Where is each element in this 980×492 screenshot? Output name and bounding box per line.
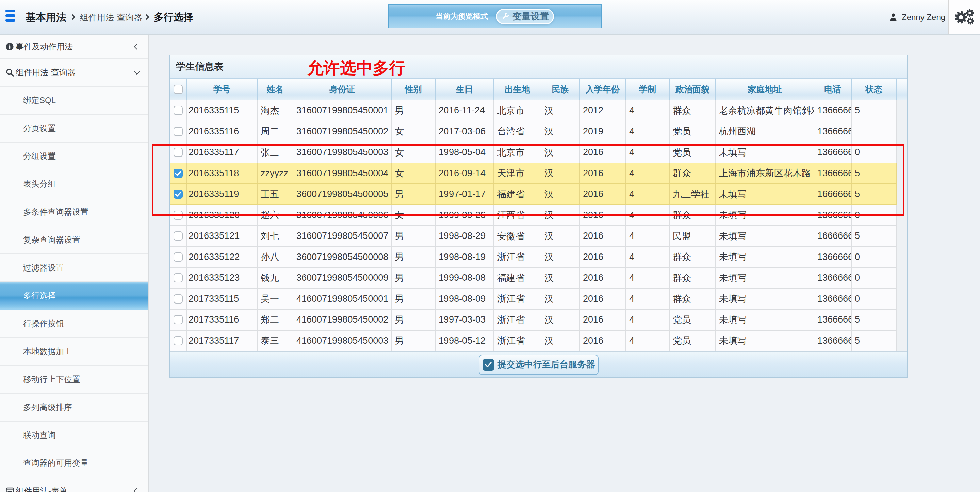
variable-settings-button[interactable]: 变量设置 bbox=[496, 8, 554, 24]
sidebar-item-pagination[interactable]: 分页设置 bbox=[0, 115, 148, 143]
scrollbar-track-header bbox=[897, 79, 907, 100]
column-header[interactable]: 学号 bbox=[187, 79, 258, 100]
cell-years: 4 bbox=[626, 289, 670, 309]
table-row[interactable]: 2017335117 泰三 416007199805450003 男 1998-… bbox=[170, 331, 897, 352]
checkbox-checked-icon bbox=[482, 359, 494, 371]
sidebar-item-complex-query[interactable]: 复杂查询器设置 bbox=[0, 226, 148, 254]
row-checkbox[interactable] bbox=[173, 336, 183, 346]
topbar-settings-section bbox=[948, 0, 980, 34]
sidebar: 事件及动作用法 组件用法-查询器 绑定SQL 分页设置 分组设置 表头分组 多条… bbox=[0, 35, 149, 492]
cell-birthplace: 台湾省 bbox=[494, 121, 541, 142]
row-checkbox[interactable] bbox=[173, 252, 183, 262]
cell-id-card: 416007199805450002 bbox=[293, 310, 392, 330]
cell-political: 党员 bbox=[670, 121, 716, 142]
sidebar-item-header-group[interactable]: 表头分组 bbox=[0, 170, 148, 198]
table-row[interactable]: 2017335116 郑二 416007199805450002 男 1997-… bbox=[170, 310, 897, 331]
sidebar-item-label: 过滤器设置 bbox=[23, 262, 64, 273]
sidebar-item-multi-column-sort[interactable]: 多列高级排序 bbox=[0, 394, 148, 422]
cell-id-card: 416007199805450001 bbox=[293, 289, 392, 309]
column-header[interactable]: 学制 bbox=[626, 79, 670, 100]
sidebar-item-available-variables[interactable]: 查询器的可用变量 bbox=[0, 449, 148, 478]
table-row[interactable]: 2016335122 孙八 360071998054500008 男 1998-… bbox=[170, 247, 897, 268]
cell-enroll-year: 2016 bbox=[580, 268, 626, 288]
column-header[interactable]: 家庭地址 bbox=[716, 79, 814, 100]
sidebar-item-bind-sql[interactable]: 绑定SQL bbox=[0, 87, 148, 115]
cell-enroll-year: 2016 bbox=[580, 331, 626, 351]
cell-name: 刘七 bbox=[258, 226, 293, 246]
wrench-icon bbox=[501, 12, 509, 21]
breadcrumb-level1[interactable]: 组件用法-查询器 bbox=[80, 11, 142, 23]
row-checkbox[interactable] bbox=[173, 231, 183, 240]
cell-address: 未填写 bbox=[716, 247, 814, 267]
sidebar-item-label: 绑定SQL bbox=[23, 95, 56, 106]
menu-icon[interactable] bbox=[5, 10, 15, 22]
user-menu[interactable]: Zenny Zeng bbox=[889, 0, 945, 34]
preview-mode-banner: 当前为预览模式 变量设置 bbox=[388, 5, 601, 28]
sidebar-item-label: 分组设置 bbox=[23, 151, 56, 162]
sidebar-item-label: 联动查询 bbox=[23, 430, 56, 441]
row-checkbox[interactable] bbox=[173, 294, 183, 304]
gears-icon[interactable] bbox=[954, 9, 975, 26]
cell-phone: 13666666666 bbox=[814, 289, 852, 309]
submit-selected-rows-button[interactable]: 提交选中行至后台服务器 bbox=[479, 355, 598, 375]
cell-birthplace: 浙江省 bbox=[494, 331, 541, 351]
cell-name: 钱九 bbox=[258, 268, 293, 288]
column-header[interactable]: 电话 bbox=[814, 79, 852, 100]
cell-birthplace: 浙江省 bbox=[494, 289, 541, 309]
table-header-row: 学号 姓名 身份证 性别 生日 出生地 民族 入学年份 学制 政治面貌 家庭地址… bbox=[170, 79, 907, 100]
search-icon bbox=[6, 68, 14, 76]
cell-years: 4 bbox=[626, 100, 670, 121]
column-header[interactable]: 出生地 bbox=[494, 79, 541, 100]
sidebar-item-form-widgets[interactable]: 组件用法-表单 bbox=[0, 478, 148, 492]
cell-student-id: 2016335115 bbox=[187, 100, 258, 121]
table-row[interactable]: 2017335115 吴一 416007199805450001 男 1998-… bbox=[170, 289, 897, 310]
column-header[interactable]: 政治面貌 bbox=[670, 79, 716, 100]
sidebar-item-query-widgets[interactable]: 组件用法-查询器 bbox=[0, 59, 148, 87]
cell-id-card: 316007199805450001 bbox=[293, 100, 392, 121]
column-header[interactable]: 性别 bbox=[392, 79, 436, 100]
cell-phone: 13666666666 bbox=[814, 247, 852, 267]
column-header[interactable]: 姓名 bbox=[258, 79, 293, 100]
row-checkbox[interactable] bbox=[173, 273, 183, 282]
table-row[interactable]: 2016335121 刘七 316007199805450007 男 1998-… bbox=[170, 226, 897, 247]
table-row[interactable]: 2016335115 淘杰 316007199805450001 男 2016-… bbox=[170, 100, 897, 121]
sidebar-item-row-action-button[interactable]: 行操作按钮 bbox=[0, 310, 148, 338]
sidebar-item-label: 多行选择 bbox=[23, 290, 56, 301]
column-header[interactable]: 身份证 bbox=[293, 79, 392, 100]
column-header[interactable]: 入学年份 bbox=[580, 79, 626, 100]
cell-name: 郑二 bbox=[258, 310, 293, 330]
row-checkbox[interactable] bbox=[173, 315, 183, 324]
sidebar-item-label: 多列高级排序 bbox=[23, 402, 72, 413]
sidebar-item-multi-row-select[interactable]: 多行选择 bbox=[0, 282, 148, 310]
cell-status: 5 bbox=[852, 100, 897, 121]
breadcrumb-current: 多行选择 bbox=[154, 11, 193, 24]
cell-birthday: 1997-03-03 bbox=[436, 310, 494, 330]
row-checkbox[interactable] bbox=[173, 106, 183, 115]
cell-enroll-year: 2019 bbox=[580, 121, 626, 142]
select-all-checkbox[interactable] bbox=[173, 85, 183, 94]
column-header[interactable]: 状态 bbox=[852, 79, 897, 100]
sidebar-item-local-data[interactable]: 本地数据加工 bbox=[0, 338, 148, 366]
topbar: 基本用法 组件用法-查询器 多行选择 当前为预览模式 变量设置 Zenny Ze… bbox=[0, 0, 980, 35]
cell-birthday: 1998-08-19 bbox=[436, 247, 494, 267]
sidebar-item-events-actions[interactable]: 事件及动作用法 bbox=[0, 35, 148, 59]
sidebar-item-filter[interactable]: 过滤器设置 bbox=[0, 254, 148, 282]
cell-status: – bbox=[852, 121, 897, 142]
sidebar-item-multi-condition[interactable]: 多条件查询器设置 bbox=[0, 198, 148, 226]
cell-status: 0 bbox=[852, 247, 897, 267]
sidebar-item-grouping[interactable]: 分组设置 bbox=[0, 143, 148, 170]
cell-birthday: 1999-08-08 bbox=[436, 268, 494, 288]
app-title: 基本用法 bbox=[25, 10, 66, 24]
table-row[interactable]: 2016335116 周二 316007199805450002 女 2017-… bbox=[170, 121, 897, 143]
row-select-cell bbox=[170, 100, 187, 121]
chevron-left-icon bbox=[134, 488, 140, 492]
column-header[interactable]: 民族 bbox=[541, 79, 580, 100]
sidebar-item-move-row[interactable]: 移动行上下位置 bbox=[0, 366, 148, 394]
chevron-left-icon bbox=[134, 43, 140, 50]
row-checkbox[interactable] bbox=[173, 127, 183, 136]
sidebar-item-linked-query[interactable]: 联动查询 bbox=[0, 422, 148, 449]
cell-gender: 男 bbox=[392, 331, 436, 351]
table-row[interactable]: 2016335123 钱九 360071998054500009 男 1999-… bbox=[170, 268, 897, 289]
column-header[interactable]: 生日 bbox=[436, 79, 494, 100]
cell-political: 群众 bbox=[670, 100, 716, 121]
